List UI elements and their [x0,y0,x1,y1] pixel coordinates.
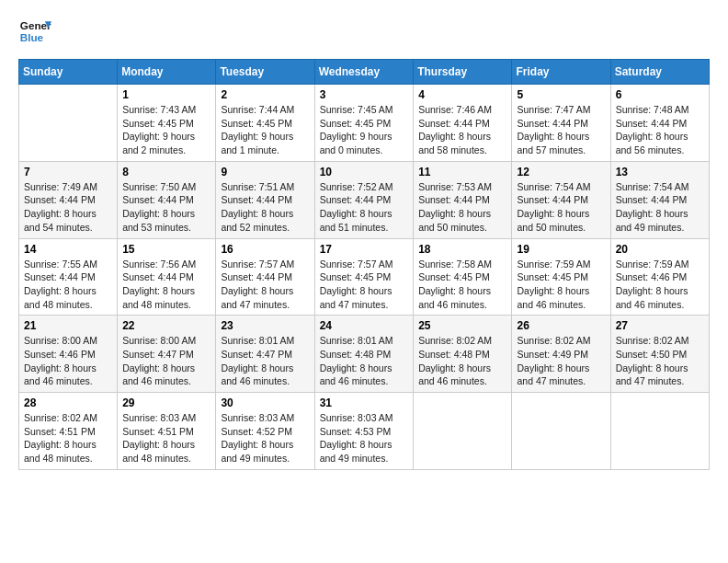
day-number: 28 [24,396,112,409]
sunrise: Sunrise: 7:59 AM [517,259,590,270]
daylight: Daylight: 8 hours and 47 minutes. [517,362,589,387]
sunset: Sunset: 4:45 PM [221,118,292,129]
daylight: Daylight: 8 hours and 46 minutes. [122,362,195,387]
daylight: Daylight: 8 hours and 47 minutes. [320,285,392,310]
sunset: Sunset: 4:51 PM [24,426,96,437]
calendar-cell: 9 Sunrise: 7:51 AM Sunset: 4:44 PM Dayli… [216,161,314,238]
sunset: Sunset: 4:44 PM [122,194,194,205]
sunset: Sunset: 4:44 PM [616,118,688,129]
calendar-cell: 1 Sunrise: 7:43 AM Sunset: 4:45 PM Dayli… [118,85,216,162]
daylight: Daylight: 8 hours and 48 minutes. [122,439,195,464]
sunrise: Sunrise: 8:01 AM [320,335,393,346]
daylight: Daylight: 9 hours and 1 minute. [221,131,293,155]
calendar-cell [19,85,118,162]
day-info: Sunrise: 7:48 AM Sunset: 4:44 PM Dayligh… [616,103,704,157]
sunset: Sunset: 4:44 PM [24,271,96,282]
calendar-cell: 12 Sunrise: 7:54 AM Sunset: 4:44 PM Dayl… [512,161,610,238]
calendar-cell: 17 Sunrise: 7:57 AM Sunset: 4:45 PM Dayl… [314,238,414,316]
calendar-cell: 11 Sunrise: 7:53 AM Sunset: 4:44 PM Dayl… [414,161,512,238]
daylight: Daylight: 8 hours and 46 minutes. [320,362,392,387]
daylight: Daylight: 8 hours and 46 minutes. [418,285,491,310]
calendar-week-row: 14 Sunrise: 7:55 AM Sunset: 4:44 PM Dayl… [19,238,710,316]
daylight: Daylight: 8 hours and 49 minutes. [221,439,293,464]
calendar-cell: 29 Sunrise: 8:03 AM Sunset: 4:51 PM Dayl… [118,393,216,470]
day-info: Sunrise: 7:55 AM Sunset: 4:44 PM Dayligh… [24,258,112,312]
sunrise: Sunrise: 8:02 AM [517,335,590,346]
sunset: Sunset: 4:44 PM [24,194,96,205]
svg-text:General: General [20,19,51,31]
day-info: Sunrise: 8:03 AM Sunset: 4:51 PM Dayligh… [122,411,210,465]
calendar-header-row: SundayMondayTuesdayWednesdayThursdayFrid… [19,60,710,85]
day-number: 21 [24,319,112,332]
sunrise: Sunrise: 8:03 AM [221,412,294,423]
calendar-cell: 7 Sunrise: 7:49 AM Sunset: 4:44 PM Dayli… [19,161,118,238]
calendar-cell: 28 Sunrise: 8:02 AM Sunset: 4:51 PM Dayl… [19,393,118,470]
weekday-header: Tuesday [216,60,314,85]
sunrise: Sunrise: 7:46 AM [418,104,492,115]
day-info: Sunrise: 8:00 AM Sunset: 4:47 PM Dayligh… [122,334,210,388]
day-number: 30 [221,396,309,409]
sunset: Sunset: 4:48 PM [320,349,392,360]
sunrise: Sunrise: 7:57 AM [221,259,294,270]
day-number: 31 [320,396,409,409]
sunrise: Sunrise: 7:54 AM [517,181,590,192]
daylight: Daylight: 8 hours and 57 minutes. [517,131,589,155]
day-number: 4 [418,88,506,101]
day-number: 14 [24,243,112,256]
daylight: Daylight: 8 hours and 54 minutes. [24,208,97,233]
svg-text:Blue: Blue [20,31,44,43]
calendar-cell: 14 Sunrise: 7:55 AM Sunset: 4:44 PM Dayl… [19,238,118,316]
calendar-week-row: 21 Sunrise: 8:00 AM Sunset: 4:46 PM Dayl… [19,316,710,393]
calendar-cell: 10 Sunrise: 7:52 AM Sunset: 4:44 PM Dayl… [314,161,414,238]
day-number: 1 [122,88,210,101]
day-info: Sunrise: 7:47 AM Sunset: 4:44 PM Dayligh… [517,103,605,157]
daylight: Daylight: 8 hours and 48 minutes. [24,285,97,310]
day-info: Sunrise: 7:46 AM Sunset: 4:44 PM Dayligh… [418,103,506,157]
sunset: Sunset: 4:44 PM [221,271,292,282]
day-info: Sunrise: 7:54 AM Sunset: 4:44 PM Dayligh… [517,180,605,235]
day-info: Sunrise: 7:49 AM Sunset: 4:44 PM Dayligh… [24,180,112,235]
sunrise: Sunrise: 7:47 AM [517,104,590,115]
daylight: Daylight: 8 hours and 46 minutes. [616,285,688,310]
calendar-cell: 4 Sunrise: 7:46 AM Sunset: 4:44 PM Dayli… [414,85,512,162]
calendar-cell: 2 Sunrise: 7:44 AM Sunset: 4:45 PM Dayli… [216,85,314,162]
calendar-week-row: 1 Sunrise: 7:43 AM Sunset: 4:45 PM Dayli… [19,85,710,162]
sunrise: Sunrise: 7:43 AM [122,104,196,115]
daylight: Daylight: 8 hours and 46 minutes. [418,362,491,387]
sunset: Sunset: 4:47 PM [221,349,292,360]
day-number: 26 [517,319,605,332]
calendar-week-row: 28 Sunrise: 8:02 AM Sunset: 4:51 PM Dayl… [19,393,710,470]
weekday-header: Sunday [19,60,118,85]
daylight: Daylight: 8 hours and 49 minutes. [616,208,688,233]
sunrise: Sunrise: 8:03 AM [320,412,393,423]
daylight: Daylight: 8 hours and 47 minutes. [221,285,293,310]
day-number: 9 [221,166,309,178]
header: General Blue [18,15,710,48]
calendar-cell: 19 Sunrise: 7:59 AM Sunset: 4:45 PM Dayl… [512,238,610,316]
calendar-cell [414,393,512,470]
weekday-header: Friday [512,60,610,85]
calendar-cell: 16 Sunrise: 7:57 AM Sunset: 4:44 PM Dayl… [216,238,314,316]
day-number: 13 [616,166,704,178]
sunset: Sunset: 4:46 PM [616,271,688,282]
calendar-cell: 27 Sunrise: 8:02 AM Sunset: 4:50 PM Dayl… [610,316,709,393]
calendar-cell: 26 Sunrise: 8:02 AM Sunset: 4:49 PM Dayl… [512,316,610,393]
daylight: Daylight: 8 hours and 46 minutes. [517,285,589,310]
sunset: Sunset: 4:50 PM [616,349,688,360]
daylight: Daylight: 8 hours and 46 minutes. [221,362,293,387]
sunrise: Sunrise: 7:51 AM [221,181,294,192]
day-number: 24 [320,319,409,332]
weekday-header: Thursday [414,60,512,85]
day-info: Sunrise: 7:53 AM Sunset: 4:44 PM Dayligh… [418,180,506,235]
day-number: 6 [616,88,704,101]
daylight: Daylight: 9 hours and 0 minutes. [320,131,392,155]
day-number: 19 [517,243,605,256]
sunset: Sunset: 4:44 PM [517,118,588,129]
sunset: Sunset: 4:52 PM [221,426,292,437]
sunrise: Sunrise: 7:56 AM [122,259,196,270]
sunrise: Sunrise: 7:57 AM [320,259,393,270]
calendar-cell [512,393,610,470]
daylight: Daylight: 8 hours and 52 minutes. [221,208,293,233]
sunset: Sunset: 4:44 PM [122,271,194,282]
calendar-cell: 22 Sunrise: 8:00 AM Sunset: 4:47 PM Dayl… [118,316,216,393]
